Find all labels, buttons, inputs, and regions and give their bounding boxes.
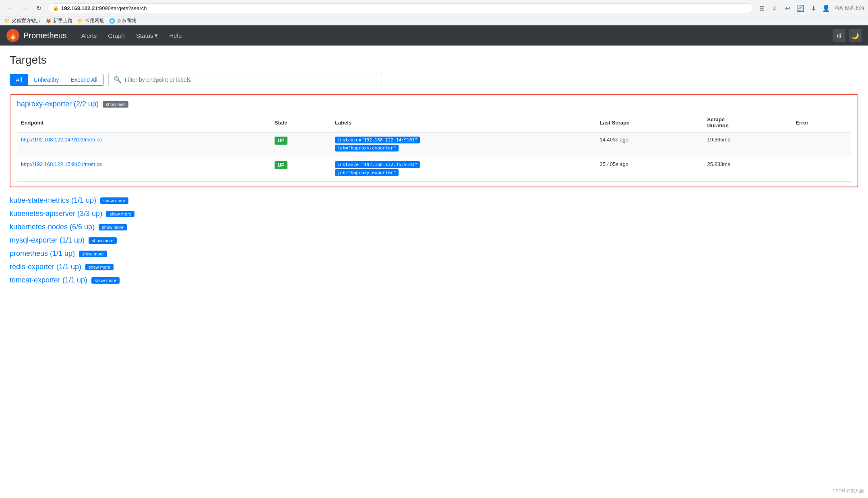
col-scrape-duration: ScrapeDuration (703, 113, 792, 132)
prometheus-logo: 🔥 (6, 29, 19, 42)
browser-toolbar: ← → ↻ 🔒 192.168.122.21:9090/targets?sear… (0, 0, 868, 16)
nav-alerts[interactable]: Alerts (76, 29, 101, 42)
forward-button[interactable]: → (19, 2, 30, 14)
collapsed-group-title[interactable]: kubernetes-nodes (6/6 up) (10, 223, 95, 231)
cell-labels: instance="192.168.122.14:9101"job="hapro… (331, 132, 596, 157)
col-last-scrape: Last Scrape (595, 113, 703, 132)
state-badge: UP (275, 137, 288, 145)
show-more-button[interactable]: show more (85, 264, 114, 270)
url-text: 192.168.122.21:9090/targets?search= (61, 5, 748, 11)
mobile-label: 移动设备上的 (835, 5, 864, 12)
label-badge: job="haproxy-exporter" (335, 145, 399, 151)
collapsed-group: kube-state-metrics (1/1 up)show more (10, 194, 858, 207)
bookmark-label: 新手上路 (53, 17, 72, 24)
show-more-button[interactable]: show more (89, 237, 117, 244)
dropdown-arrow-icon: ▾ (155, 32, 158, 39)
collapsed-group-title[interactable]: tomcat-exporter (1/1 up) (10, 276, 87, 284)
page-title: Targets (10, 54, 858, 66)
bookmarks-bar: 📁 火狐官方站点 🦊 新手上路 📁 常用网址 🌐 京东商城 (0, 16, 868, 25)
bookmark-label: 京东商城 (117, 17, 136, 24)
start-icon: 🦊 (45, 18, 52, 24)
cell-state: UP (271, 132, 331, 157)
show-more-button[interactable]: show more (99, 224, 127, 230)
bookmark-label: 火狐官方站点 (12, 17, 41, 24)
extensions-button[interactable]: ⊞ (756, 2, 767, 14)
show-more-button[interactable]: show more (79, 251, 107, 257)
bookmark-button[interactable]: ☆ (769, 2, 780, 14)
col-labels: Labels (331, 113, 596, 132)
target-table: Endpoint State Labels Last Scrape Scrape… (17, 113, 851, 182)
show-more-button[interactable]: show more (106, 211, 134, 217)
all-button[interactable]: All (10, 74, 28, 86)
show-more-button[interactable]: show more (100, 197, 128, 204)
table-row: http://192.168.122.15:9101/metricsUPinst… (17, 157, 851, 182)
show-more-button[interactable]: show more (91, 277, 120, 284)
col-endpoint: Endpoint (17, 113, 271, 132)
expand-all-button[interactable]: Expand All (65, 74, 103, 86)
collapsed-group-title[interactable]: prometheus (1/1 up) (10, 249, 75, 258)
table-header-row: Endpoint State Labels Last Scrape Scrape… (17, 113, 851, 132)
view-toggle: All Unhealthy Expand All (10, 74, 103, 86)
lock-icon: 🔒 (53, 5, 59, 11)
nav-brand: 🔥 Prometheus (6, 29, 67, 42)
download-button[interactable]: ⬇ (808, 2, 819, 14)
collapsed-group-title[interactable]: redis-exporter (1/1 up) (10, 263, 81, 271)
sync-button[interactable]: 🔄 (795, 2, 806, 14)
bookmark-firefox[interactable]: 📁 火狐官方站点 (4, 17, 41, 24)
account-button[interactable]: 👤 (820, 2, 832, 14)
cell-last-scrape: 25.405s ago (595, 157, 703, 182)
cell-endpoint: http://192.168.122.14:9101/metrics (17, 132, 271, 157)
table-head: Endpoint State Labels Last Scrape Scrape… (17, 113, 851, 132)
back-button[interactable]: ← (4, 2, 15, 14)
nav-status[interactable]: Status ▾ (131, 29, 163, 42)
state-badge: UP (275, 161, 288, 169)
collapsed-group: kubenetes-apiserver (3/3 up)show more (10, 207, 858, 220)
haproxy-exporter-group: haproxy-exporter (2/2 up) show less Endp… (10, 94, 858, 187)
collapsed-group: prometheus (1/1 up)show more (10, 247, 858, 260)
group-header: haproxy-exporter (2/2 up) show less (17, 100, 851, 108)
filter-bar: All Unhealthy Expand All 🔍 (10, 73, 858, 86)
label-badge: instance="192.168.122.15:9101" (335, 161, 420, 168)
collapsed-group-title[interactable]: kube-state-metrics (1/1 up) (10, 196, 96, 205)
col-state: State (271, 113, 331, 132)
cell-scrape-duration: 19.365ms (703, 132, 792, 157)
endpoint-link[interactable]: http://192.168.122.14:9101/metrics (21, 137, 102, 143)
reload-button[interactable]: ↻ (33, 2, 44, 14)
cell-state: UP (271, 157, 331, 182)
nav-right: ⚙ 🌙 (833, 29, 862, 42)
endpoint-link[interactable]: http://192.168.122.15:9101/metrics (21, 161, 102, 167)
table-body: http://192.168.122.14:9101/metricsUPinst… (17, 132, 851, 182)
collapsed-group: mysql-exporter (1/1 up)show more (10, 234, 858, 247)
settings-button[interactable]: ⚙ (833, 29, 845, 42)
bookmark-start[interactable]: 🦊 新手上路 (45, 17, 72, 24)
collapsed-group: tomcat-exporter (1/1 up)show more (10, 274, 858, 287)
nav-help[interactable]: Help (164, 29, 186, 42)
col-error: Error (792, 113, 851, 132)
nav-links: Alerts Graph Status ▾ Help (76, 29, 833, 42)
browser-chrome: ← → ↻ 🔒 192.168.122.21:9090/targets?sear… (0, 0, 868, 25)
nav-brand-name: Prometheus (23, 31, 67, 40)
cell-endpoint: http://192.168.122.15:9101/metrics (17, 157, 271, 182)
nav-graph[interactable]: Graph (103, 29, 130, 42)
group-title[interactable]: haproxy-exporter (2/2 up) (17, 100, 99, 108)
unhealthy-button[interactable]: Unhealthy (28, 74, 65, 86)
bookmark-common[interactable]: 📁 常用网址 (77, 17, 104, 24)
label-badge: instance="192.168.122.14:9101" (335, 137, 420, 143)
search-wrap: 🔍 (108, 73, 382, 86)
history-back-button[interactable]: ↩ (782, 2, 793, 14)
address-bar[interactable]: 🔒 192.168.122.21:9090/targets?search= (48, 3, 753, 13)
collapsed-groups: kube-state-metrics (1/1 up)show morekube… (10, 194, 858, 287)
collapsed-group-title[interactable]: mysql-exporter (1/1 up) (10, 236, 85, 245)
theme-button[interactable]: 🌙 (849, 29, 862, 42)
cell-error (792, 157, 851, 182)
show-less-button[interactable]: show less (103, 101, 128, 108)
browser-right-icons: ⊞ ☆ ↩ 🔄 ⬇ 👤 移动设备上的 (756, 2, 864, 14)
bookmark-jd[interactable]: 🌐 京东商城 (109, 17, 136, 24)
common-icon: 📁 (77, 18, 83, 24)
collapsed-group-title[interactable]: kubenetes-apiserver (3/3 up) (10, 210, 102, 218)
collapsed-group: redis-exporter (1/1 up)show more (10, 260, 858, 274)
navbar: 🔥 Prometheus Alerts Graph Status ▾ Help … (0, 25, 868, 46)
search-input[interactable] (125, 77, 377, 83)
url-domain: 192.168.122.21 (61, 5, 97, 11)
label-badge: job="haproxy-exporter" (335, 169, 399, 176)
